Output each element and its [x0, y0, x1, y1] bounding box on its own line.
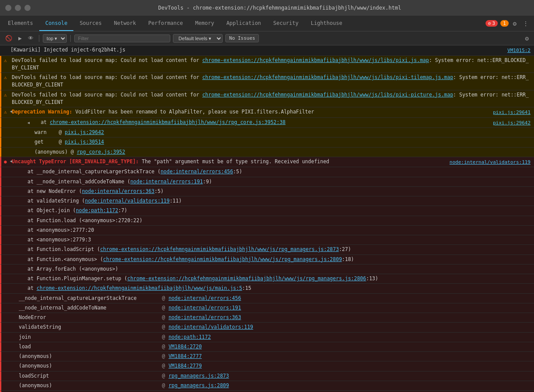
tab-network[interactable]: Network: [108, 16, 142, 31]
window-controls[interactable]: − □ ×: [5, 5, 31, 11]
error-count: 3: [492, 21, 495, 26]
stack-at-9: @: [162, 372, 165, 380]
error-icon-main: ●: [4, 158, 7, 166]
stack-line-5: at Object.join (node:path:1172:7): [28, 207, 531, 214]
settings-icon[interactable]: ⚙: [511, 19, 518, 28]
console-settings-icon[interactable]: ⚙: [524, 34, 531, 43]
levels-select[interactable]: Default levels ▾: [173, 34, 223, 43]
main-js-link[interactable]: chrome-extension://hcpkfehmngainmimikbma…: [37, 285, 242, 291]
tab-security[interactable]: Security: [267, 16, 305, 31]
log-entry-kawariki: [Kawariki] Injected inject-6rq2bh4t.js V…: [0, 45, 534, 56]
stack-table-loc-5[interactable]: node:path:1172: [169, 334, 211, 341]
log-entry-warn-pixi-picture: ⚠ DevTools failed to load source map: Co…: [0, 90, 534, 108]
stack-at-4: @: [162, 323, 165, 331]
clear-console-button[interactable]: 🚫: [3, 34, 14, 42]
eye-icon[interactable]: 👁: [26, 34, 35, 42]
tab-memory[interactable]: Memory: [189, 16, 220, 31]
context-select[interactable]: top ▾: [43, 34, 67, 43]
more-icon[interactable]: ⋮: [521, 19, 531, 28]
pixi-get-link[interactable]: pixi.js:30514: [65, 139, 104, 145]
stack-loc-1[interactable]: pixi.js:29642: [493, 119, 531, 127]
deprecation-stack-1: ▼ at chrome-extension://hcpkfehmngainmim…: [0, 118, 534, 128]
stack-func-2: __node_internal_addCodeToName: [19, 304, 158, 312]
stack-disclosure[interactable]: ▼: [26, 122, 32, 124]
stack-line-7: at <anonymous>:2777:20: [28, 227, 531, 234]
title-bar: − □ × DevTools - chrome-extension://hcpk…: [0, 0, 534, 16]
warn-icon-3: ⚠: [4, 92, 7, 99]
node-validators-link[interactable]: node:internal/validators:119: [85, 198, 170, 204]
tab-console[interactable]: Console: [39, 16, 74, 31]
node-errors-363-link[interactable]: node:internal/errors:363: [82, 188, 155, 194]
rpg-managers-2873-link[interactable]: chrome-extension://hcpkfehmngainmimikbma…: [100, 246, 339, 252]
stack-table-loc-9[interactable]: rpg_managers.js:2873: [169, 372, 229, 380]
entry-text: DevTools failed to load source map: Coul…: [12, 74, 531, 89]
tab-performance[interactable]: Performance: [142, 16, 189, 31]
rpg-core-anon-link[interactable]: rpg_core.js:3952: [77, 149, 125, 155]
pixi-map-link[interactable]: chrome-extension://hcpkfehmngainmimikbma…: [202, 57, 429, 63]
entry-text: DevTools failed to load source map: Coul…: [12, 57, 531, 72]
toggle-sidebar-button[interactable]: ▶: [17, 34, 24, 42]
stack-func-5: join: [19, 334, 158, 341]
node-errors-456-link[interactable]: node:internal/errors:456: [161, 168, 233, 175]
stack-func-9: loadScript: [19, 372, 158, 380]
minimize-button[interactable]: −: [5, 5, 11, 11]
stack-at-1: @: [162, 295, 165, 302]
close-button[interactable]: ×: [24, 5, 31, 11]
tab-elements[interactable]: Elements: [2, 16, 39, 31]
entry-location-dep[interactable]: pixi.js:29641: [493, 108, 531, 117]
entry-text: [Kawariki] Injected inject-6rq2bh4t.js: [10, 46, 504, 54]
rpg-managers-2806-link[interactable]: chrome-extension://hcpkfehmngainmimikbma…: [127, 275, 366, 282]
filter-input[interactable]: [74, 34, 170, 42]
stack-text-3: get @ pixi.js:30514: [34, 138, 531, 146]
log-entry-deprecation: ⚠ ▼ Deprecation Warning: VoidFilter has …: [0, 107, 534, 118]
node-errors-191-link[interactable]: node:internal/errors:191: [130, 179, 203, 185]
entry-text: Deprecation Warning: VoidFilter has been…: [12, 108, 489, 116]
rpg-core-link-1[interactable]: chrome-extension://hcpkfehmngainmimikbma…: [50, 119, 286, 125]
pixi-picture-link[interactable]: chrome-extension://hcpkfehmngainmimikbma…: [202, 92, 453, 98]
stack-table-row-9: loadScript @ rpg_managers.js:2873: [0, 371, 534, 381]
stack-table-loc-3[interactable]: node:internal/errors:363: [169, 314, 241, 321]
deprecation-disclosure[interactable]: ▼: [8, 110, 14, 113]
stack-func-7: (anonymous): [19, 353, 158, 360]
error-disclosure[interactable]: ▼: [8, 160, 14, 162]
stack-table-loc-10[interactable]: rpg_managers.js:2809: [169, 382, 229, 389]
stack-line-1: at __node_internal_captureLargerStackTra…: [28, 168, 531, 175]
deprecation-stack-4: (anonymous) @ rpg_core.js:3952: [0, 148, 534, 157]
error-stack-1: at __node_internal_captureLargerStackTra…: [0, 167, 534, 177]
stack-table-loc-2[interactable]: node:internal/errors:191: [169, 304, 241, 312]
stack-table-loc-1[interactable]: node:internal/errors:456: [169, 295, 241, 302]
stack-table-loc-4[interactable]: node:internal/validators:119: [169, 323, 253, 331]
stack-table-loc-7[interactable]: VM1884:2777: [169, 353, 202, 360]
warn-icon-2: ⚠: [4, 74, 7, 82]
warn-count-badge[interactable]: 1: [500, 20, 509, 27]
pixi-tilemap-link[interactable]: chrome-extension://hcpkfehmngainmimikbma…: [202, 74, 453, 80]
tab-sources[interactable]: Sources: [73, 16, 108, 31]
tab-bar: Elements Console Sources Network Perform…: [0, 16, 534, 31]
stack-line-9: at Function.loadScript (chrome-extension…: [28, 246, 531, 253]
tab-bar-right: ⊘ 3 1 ⚙ ⋮: [486, 16, 534, 31]
rpg-managers-2809-link[interactable]: chrome-extension://hcpkfehmngainmimikbma…: [103, 256, 342, 262]
node-path-link[interactable]: node:path:1172: [76, 207, 118, 213]
stack-table-row-4: validateString @ node:internal/validator…: [0, 323, 534, 332]
error-stack-9: at Function.loadScript (chrome-extension…: [0, 245, 534, 254]
error-stack-3: at new NodeError (node:internal/errors:3…: [0, 187, 534, 196]
warn-icon: ⚠: [4, 57, 7, 65]
error-bold: Uncaught TypeError [ERR_INVALID_ARG_TYPE…: [12, 158, 139, 165]
no-issues-button[interactable]: No Issues: [225, 34, 259, 42]
stack-table-loc-8[interactable]: VM1884:2779: [169, 362, 202, 370]
stack-at-6: @: [162, 343, 165, 351]
stack-table-loc-6[interactable]: VM1884:2720: [169, 343, 202, 351]
entry-location-error[interactable]: node:internal/validators:119: [450, 158, 531, 166]
tab-application[interactable]: Application: [220, 16, 267, 31]
maximize-button[interactable]: □: [15, 5, 21, 11]
error-count-badge[interactable]: ⊘ 3: [486, 20, 498, 27]
window-title: DevTools - chrome-extension://hcpkfehmng…: [31, 5, 529, 11]
console-output[interactable]: [Kawariki] Injected inject-6rq2bh4t.js V…: [0, 45, 534, 392]
stack-line-3: at new NodeError (node:internal/errors:3…: [28, 188, 531, 195]
entry-location[interactable]: VM1015:2: [507, 46, 531, 55]
tab-lighthouse[interactable]: Lighthouse: [305, 16, 348, 31]
pixi-warn-link[interactable]: pixi.js:29642: [65, 129, 104, 135]
error-stack-13: at chrome-extension://hcpkfehmngainmimik…: [0, 284, 534, 293]
stack-text-4: (anonymous) @ rpg_core.js:3952: [34, 148, 531, 156]
deprecation-bold: Deprecation Warning:: [12, 109, 72, 115]
